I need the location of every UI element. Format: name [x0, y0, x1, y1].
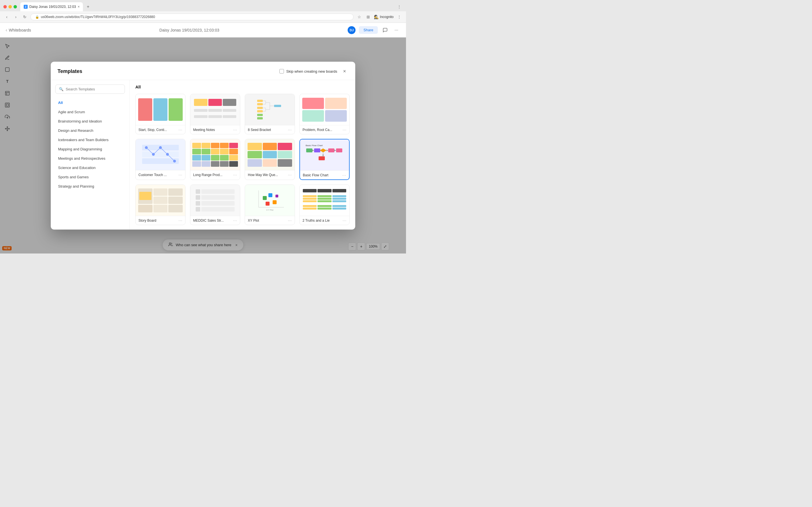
- card-menu-customer-touch[interactable]: ···: [179, 173, 183, 177]
- search-icon: 🔍: [59, 87, 63, 91]
- category-item-science[interactable]: Science and Education: [55, 163, 125, 172]
- template-card-long-range[interactable]: Long Range Prod... ···: [190, 139, 240, 180]
- grid-btn[interactable]: ⊞: [365, 13, 371, 20]
- new-tab-btn[interactable]: +: [84, 3, 92, 11]
- card-footer-2-truths: 2 Truths and a Lie ···: [300, 216, 349, 225]
- bookmark-btn[interactable]: ☆: [356, 13, 363, 20]
- card-footer-long-range: Long Range Prod... ···: [190, 170, 240, 179]
- app-header-right: DJ Share ···: [348, 26, 400, 34]
- category-item-all[interactable]: All: [55, 98, 125, 107]
- card-name-how-may: How May We Que...: [248, 173, 278, 177]
- category-item-meetings[interactable]: Meetings and Retrospectives: [55, 154, 125, 163]
- browser-more-btn[interactable]: ⋮: [396, 3, 403, 10]
- card-footer-how-may: How May We Que... ···: [245, 170, 295, 179]
- template-sidebar: 🔍 All Agile and Scrum Brainstorming and …: [51, 80, 130, 230]
- search-box: 🔍: [55, 84, 125, 94]
- svg-rect-51: [263, 196, 267, 200]
- svg-rect-15: [257, 117, 263, 119]
- card-name-8-seed: 8 Seed Bracket: [248, 128, 271, 132]
- forward-btn[interactable]: ›: [12, 13, 19, 20]
- svg-rect-55: [275, 194, 278, 198]
- address-bar-row: ‹ › ↻ 🔒 us06web.zoom.us/wb/doc/TLUgwvTtR…: [0, 11, 406, 22]
- card-preview-8-seed: [245, 94, 295, 125]
- card-preview-long-range: [190, 139, 240, 170]
- category-item-sports[interactable]: Sports and Games: [55, 173, 125, 181]
- card-footer-8-seed: 8 Seed Bracket ···: [245, 125, 295, 134]
- category-item-agile[interactable]: Agile and Scrum: [55, 108, 125, 116]
- modal-title: Templates: [57, 68, 82, 74]
- card-preview-how-may: [245, 139, 295, 170]
- window-minimize-btn[interactable]: [8, 5, 12, 8]
- card-menu-story-board[interactable]: ···: [179, 218, 183, 223]
- skip-label: Skip when creating new boards: [286, 69, 337, 73]
- skip-checkbox-area: Skip when creating new boards: [280, 69, 337, 73]
- refresh-btn[interactable]: ↻: [21, 13, 28, 20]
- back-chevron-icon: ‹: [6, 27, 7, 33]
- card-name-xy-plot: XY Plot: [248, 219, 259, 223]
- browser-chrome: Z Daisy Jonas 19/01/2023, 12:03 × + ⋮ ‹ …: [0, 0, 406, 23]
- svg-rect-39: [328, 149, 335, 152]
- svg-text:X Y Plot: X Y Plot: [266, 209, 273, 211]
- incognito-label: Incognito: [380, 15, 394, 19]
- template-card-meeting-notes[interactable]: Meeting Notes ···: [190, 94, 240, 134]
- share-button[interactable]: Share: [359, 26, 378, 34]
- back-btn[interactable]: ‹: [3, 13, 10, 20]
- svg-rect-13: [257, 110, 263, 112]
- card-menu-basic-flow[interactable]: ···: [342, 173, 346, 177]
- user-avatar[interactable]: DJ: [348, 26, 356, 34]
- window-close-btn[interactable]: [3, 5, 7, 8]
- template-grid: Start, Stop, Conti... ···: [135, 94, 350, 225]
- svg-rect-36: [306, 149, 312, 152]
- whiteboards-back[interactable]: ‹ Whiteboards: [6, 27, 31, 33]
- tab-favicon: Z: [24, 5, 28, 9]
- template-card-start-stop[interactable]: Start, Stop, Conti... ···: [135, 94, 186, 134]
- search-input[interactable]: [66, 87, 121, 91]
- card-menu-xy-plot[interactable]: ···: [288, 218, 292, 223]
- svg-rect-12: [257, 107, 263, 109]
- card-footer-problem-root: Problem, Root Ca... ···: [300, 125, 349, 134]
- category-item-strategy[interactable]: Strategy and Planning: [55, 182, 125, 191]
- svg-rect-14: [257, 114, 263, 116]
- template-card-how-may[interactable]: How May We Que... ···: [245, 139, 295, 180]
- card-footer-customer-touch: Customer Touch ... ···: [136, 170, 185, 179]
- template-card-2-truths[interactable]: 2 Truths and a Lie ···: [299, 184, 350, 225]
- template-card-xy-plot[interactable]: X Y Plot XY Plot: [245, 184, 295, 225]
- tab-bar-left: Z Daisy Jonas 19/01/2023, 12:03 × +: [3, 2, 92, 11]
- more-options-btn[interactable]: ···: [393, 26, 400, 34]
- template-card-basic-flow[interactable]: Basic Flow Chart: [299, 139, 350, 180]
- card-footer-meeting-notes: Meeting Notes ···: [190, 125, 240, 134]
- card-name-meeting-notes: Meeting Notes: [193, 128, 215, 132]
- comment-btn[interactable]: [381, 26, 389, 34]
- svg-marker-38: [320, 149, 326, 152]
- card-menu-8-seed[interactable]: ···: [288, 128, 292, 132]
- skip-checkbox[interactable]: [280, 69, 284, 73]
- template-card-customer-touch[interactable]: Customer Touch ... ···: [135, 139, 186, 180]
- category-item-brainstorm[interactable]: Brainstorming and Ideation: [55, 117, 125, 126]
- category-item-design[interactable]: Design and Research: [55, 126, 125, 135]
- canvas-area: T: [0, 38, 406, 253]
- window-maximize-btn[interactable]: [13, 5, 17, 8]
- card-menu-problem-root[interactable]: ···: [343, 128, 347, 132]
- card-preview-2-truths: [300, 185, 349, 216]
- url-text: us06web.zoom.us/wb/doc/TLUgwvTtRhW4iL0Fl…: [41, 15, 155, 19]
- template-card-story-board[interactable]: Story Board ···: [135, 184, 186, 225]
- lock-icon: 🔒: [35, 15, 39, 19]
- card-menu-meddic[interactable]: ···: [233, 218, 237, 223]
- template-card-problem-root[interactable]: Problem, Root Ca... ···: [299, 94, 350, 134]
- template-card-8-seed[interactable]: 8 Seed Bracket ···: [245, 94, 295, 134]
- svg-rect-41: [319, 156, 325, 160]
- card-menu-long-range[interactable]: ···: [233, 173, 237, 177]
- card-menu-2-truths[interactable]: ···: [343, 218, 347, 223]
- browser-tab[interactable]: Z Daisy Jonas 19/01/2023, 12:03 ×: [20, 2, 83, 11]
- address-field[interactable]: 🔒 us06web.zoom.us/wb/doc/TLUgwvTtRhW4iL0…: [31, 13, 354, 20]
- card-name-problem-root: Problem, Root Ca...: [303, 128, 332, 132]
- template-card-meddic[interactable]: MEDDIC Sales Str... ···: [190, 184, 240, 225]
- category-item-mapping[interactable]: Mapping and Diagramming: [55, 145, 125, 154]
- browser-menu-btn[interactable]: ⋮: [396, 13, 403, 20]
- card-menu-start-stop[interactable]: ···: [179, 128, 183, 132]
- tab-close-btn[interactable]: ×: [78, 5, 80, 9]
- category-item-icebreakers[interactable]: Icebreakers and Team Builders: [55, 135, 125, 144]
- card-menu-how-may[interactable]: ···: [288, 173, 292, 177]
- modal-close-btn[interactable]: ×: [341, 67, 349, 75]
- card-menu-meeting-notes[interactable]: ···: [233, 128, 237, 132]
